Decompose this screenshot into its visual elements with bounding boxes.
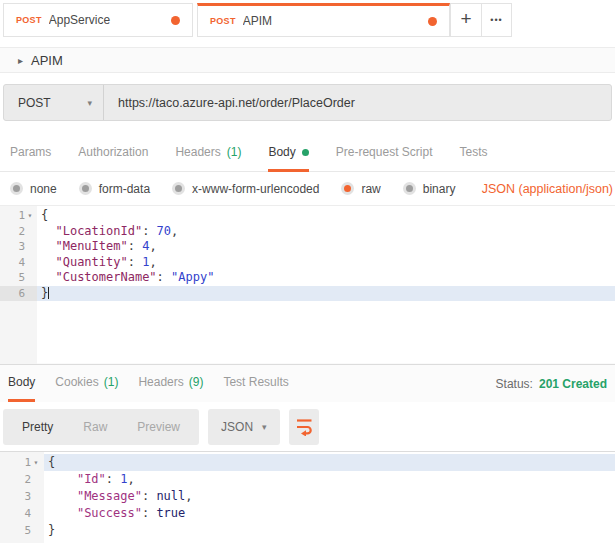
mode-raw[interactable]: raw bbox=[341, 182, 380, 196]
wrap-text-button[interactable] bbox=[289, 409, 319, 445]
mode-label: binary bbox=[423, 182, 456, 196]
response-editor[interactable]: 1▾{2 "Id": 1,3 "Message": null,4 "Succes… bbox=[0, 451, 615, 543]
request-url-bar: POST ▾ https://taco.azure-api.net/order/… bbox=[3, 84, 612, 121]
code-line[interactable]: 5} bbox=[0, 522, 615, 539]
fold-caret-icon[interactable]: ▾ bbox=[25, 208, 35, 224]
code-text[interactable]: { bbox=[44, 454, 615, 471]
tab-authorization[interactable]: Authorization bbox=[78, 135, 148, 172]
collection-title: APIM bbox=[31, 53, 63, 68]
line-number: 3 bbox=[0, 239, 37, 255]
body-content-dot-icon bbox=[302, 149, 309, 156]
code-line[interactable]: 4 "Success": true bbox=[0, 505, 615, 522]
body-mode-row: none form-data x-www-form-urlencoded raw… bbox=[0, 172, 615, 205]
unsaved-dot-icon bbox=[428, 17, 437, 26]
code-line[interactable]: 6} bbox=[0, 286, 615, 302]
line-number: 3 bbox=[0, 488, 44, 505]
code-text[interactable]: } bbox=[37, 286, 615, 302]
code-line[interactable]: 2 "LocationId": 70, bbox=[0, 224, 615, 240]
format-label: JSON bbox=[221, 420, 253, 434]
code-text[interactable]: "CustomerName": "Appy" bbox=[37, 270, 615, 286]
view-raw-button[interactable]: Raw bbox=[68, 420, 122, 434]
headers-count: (9) bbox=[189, 375, 204, 389]
mode-label: form-data bbox=[99, 182, 150, 196]
code-line[interactable]: 4 "Quantity": 1, bbox=[0, 255, 615, 271]
code-line[interactable]: 3 "Message": null, bbox=[0, 488, 615, 505]
tab-method-badge: POST bbox=[210, 16, 236, 26]
response-tab-headers[interactable]: Headers (9) bbox=[138, 365, 203, 402]
mode-binary[interactable]: binary bbox=[403, 182, 456, 196]
code-line[interactable]: 1▾{ bbox=[0, 208, 615, 224]
line-number: 2 bbox=[0, 471, 44, 488]
collapse-caret-icon[interactable]: ▸ bbox=[18, 55, 23, 66]
code-text[interactable]: "MenuItem": 4, bbox=[37, 239, 615, 255]
tab-title: APIM bbox=[243, 14, 421, 28]
code-text[interactable]: } bbox=[44, 522, 615, 539]
tab-body[interactable]: Body bbox=[268, 135, 308, 172]
more-icon: ••• bbox=[490, 15, 502, 25]
response-tab-test-results[interactable]: Test Results bbox=[223, 365, 288, 402]
mode-none[interactable]: none bbox=[10, 182, 57, 196]
response-tab-cookies[interactable]: Cookies (1) bbox=[55, 365, 118, 402]
tab-headers[interactable]: Headers (1) bbox=[175, 135, 241, 172]
mode-form-data[interactable]: form-data bbox=[79, 182, 150, 196]
line-number: 1▾ bbox=[0, 208, 37, 224]
line-number: 4 bbox=[0, 505, 44, 522]
status-badge: 201 Created bbox=[539, 377, 607, 391]
status-box: Status: 201 Created bbox=[496, 365, 607, 402]
mode-label: raw bbox=[361, 182, 380, 196]
request-tab-appservice[interactable]: POST AppService bbox=[3, 3, 193, 37]
code-text[interactable]: "Id": 1, bbox=[44, 471, 615, 488]
tab-params[interactable]: Params bbox=[10, 135, 51, 172]
method-dropdown-caret-icon: ▾ bbox=[87, 98, 92, 108]
tab-method-badge: POST bbox=[16, 15, 42, 25]
url-input[interactable]: https://taco.azure-api.net/order/PlaceOr… bbox=[104, 85, 611, 120]
fold-caret-icon[interactable]: ▾ bbox=[31, 454, 41, 471]
tab-options-button[interactable]: ••• bbox=[481, 4, 511, 36]
view-preview-button[interactable]: Preview bbox=[122, 420, 195, 434]
tab-label: Authorization bbox=[78, 145, 148, 159]
radio-icon[interactable] bbox=[10, 182, 23, 195]
code-text[interactable]: "Message": null, bbox=[44, 488, 615, 505]
mode-urlencoded[interactable]: x-www-form-urlencoded bbox=[172, 182, 319, 196]
code-line[interactable]: 5 "CustomerName": "Appy" bbox=[0, 270, 615, 286]
code-text[interactable]: "LocationId": 70, bbox=[37, 224, 615, 240]
method-label: POST bbox=[18, 96, 51, 110]
radio-icon[interactable] bbox=[79, 182, 92, 195]
tab-label: Tests bbox=[459, 145, 487, 159]
line-number: 4 bbox=[0, 255, 37, 271]
code-line[interactable]: 1▾{ bbox=[0, 454, 615, 471]
cookies-count: (1) bbox=[104, 375, 119, 389]
tab-actions: + ••• bbox=[450, 3, 512, 37]
view-segmented-control: Pretty Raw Preview bbox=[3, 409, 199, 445]
tab-prerequest-script[interactable]: Pre-request Script bbox=[336, 135, 433, 172]
postman-window: POST AppService POST APIM + ••• ▸ APIM P… bbox=[0, 0, 615, 543]
new-tab-button[interactable]: + bbox=[451, 4, 481, 36]
tab-tests[interactable]: Tests bbox=[459, 135, 487, 172]
tab-strip: POST AppService POST APIM + ••• bbox=[0, 0, 615, 40]
tab-label: Pre-request Script bbox=[336, 145, 433, 159]
collection-header[interactable]: ▸ APIM bbox=[0, 47, 615, 73]
request-tab-apim[interactable]: POST APIM bbox=[197, 3, 450, 37]
code-text[interactable]: { bbox=[37, 208, 615, 224]
response-meta-row: Body Cookies (1) Headers (9) Test Result… bbox=[0, 364, 615, 402]
content-type-selector[interactable]: JSON (application/json) bbox=[482, 182, 613, 196]
radio-selected-icon[interactable] bbox=[341, 182, 354, 195]
code-line[interactable]: 2 "Id": 1, bbox=[0, 471, 615, 488]
view-pretty-button[interactable]: Pretty bbox=[7, 420, 68, 434]
line-number: 6 bbox=[0, 286, 37, 302]
tab-label: Cookies bbox=[55, 375, 98, 389]
radio-icon[interactable] bbox=[403, 182, 416, 195]
headers-count: (1) bbox=[227, 145, 242, 159]
response-view-controls: Pretty Raw Preview JSON ▾ bbox=[0, 402, 615, 451]
code-text[interactable]: "Quantity": 1, bbox=[37, 255, 615, 271]
request-editor[interactable]: 1▾{2 "LocationId": 70,3 "MenuItem": 4,4 … bbox=[0, 205, 615, 364]
response-tab-body[interactable]: Body bbox=[8, 365, 35, 402]
method-dropdown[interactable]: POST ▾ bbox=[4, 85, 104, 120]
tab-label: Body bbox=[268, 145, 295, 159]
format-dropdown[interactable]: JSON ▾ bbox=[208, 409, 280, 445]
tab-label: Body bbox=[8, 375, 35, 389]
line-number: 2 bbox=[0, 224, 37, 240]
code-text[interactable]: "Success": true bbox=[44, 505, 615, 522]
radio-icon[interactable] bbox=[172, 182, 185, 195]
code-line[interactable]: 3 "MenuItem": 4, bbox=[0, 239, 615, 255]
